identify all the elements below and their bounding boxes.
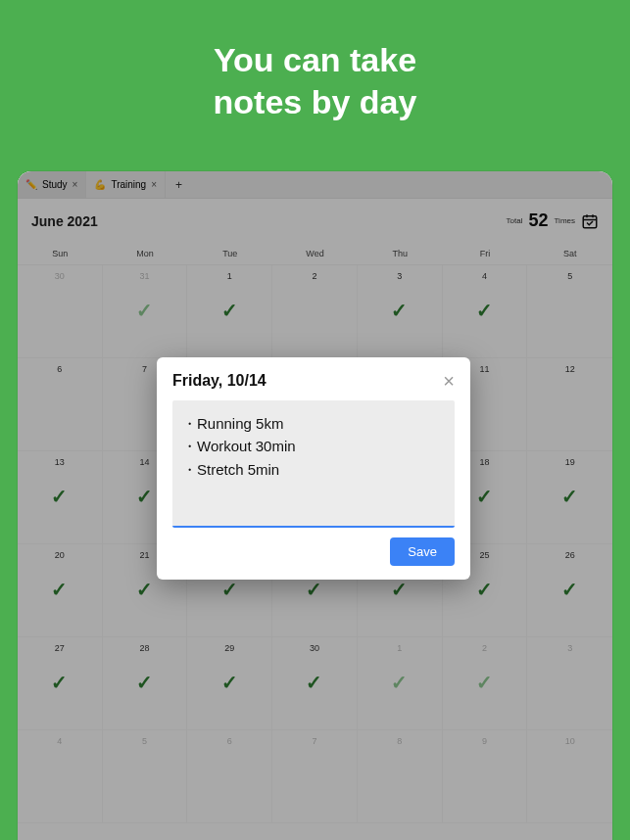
promo-headline: You can take notes by day <box>0 0 630 152</box>
note-modal: Friday, 10/14 × ・Running 5km ・Workout 30… <box>157 357 470 580</box>
save-button[interactable]: Save <box>390 537 455 566</box>
modal-title: Friday, 10/14 <box>172 372 267 390</box>
close-icon[interactable]: × <box>443 371 455 391</box>
headline-line: You can take <box>214 41 416 78</box>
note-textarea[interactable]: ・Running 5km ・Workout 30min ・Stretch 5mi… <box>172 400 455 528</box>
headline-line: notes by day <box>214 83 417 120</box>
